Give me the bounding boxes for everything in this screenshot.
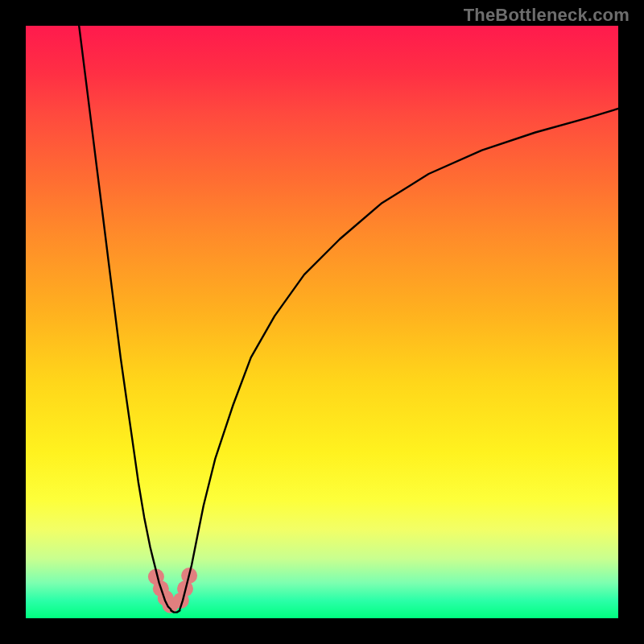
plot-area — [26, 26, 618, 618]
right-curve — [180, 109, 618, 609]
curve-layer — [26, 26, 618, 618]
left-curve — [79, 26, 171, 609]
watermark-text: TheBottleneck.com — [464, 5, 630, 26]
chart-frame: TheBottleneck.com — [0, 0, 644, 644]
